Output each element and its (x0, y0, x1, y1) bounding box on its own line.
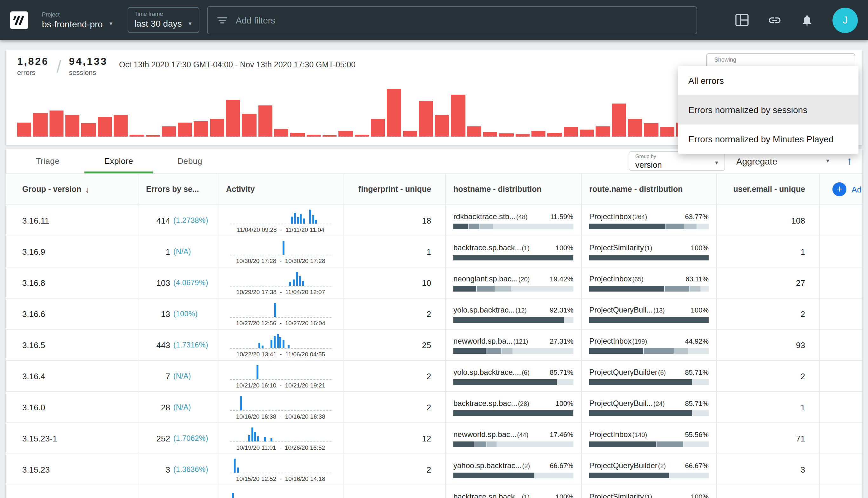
route-distribution: ProjectInbox(65)63.11% (589, 274, 709, 291)
distribution-count: (6) (658, 369, 666, 376)
activity-dates: 10/19/20 11:01 - 10/26/20 16:52 (236, 444, 325, 451)
hostname-distribution: backtrace.sp.back...(1)100% (453, 492, 573, 498)
distribution-label: backtrace.sp.bac... (453, 398, 517, 407)
distribution-count: (20) (519, 275, 530, 283)
distribution-segment (453, 441, 474, 447)
histogram-bar (34, 113, 48, 136)
sessions-count: 94,133 (69, 56, 108, 67)
distribution-label: ProjectInbox (589, 336, 631, 345)
table-row[interactable]: 3.16.613(100%)10/27/20 12:56 - 10/27/20 … (6, 299, 862, 330)
sparkline-bar (248, 435, 250, 441)
menu-item-all-errors[interactable]: All errors (678, 66, 858, 95)
column-header-errors-by-se[interactable]: Errors by se... (138, 174, 218, 205)
arrow-up-icon[interactable]: ↑ (847, 155, 852, 167)
distribution-segment (657, 441, 683, 447)
tab-explore[interactable]: Explore (83, 149, 154, 173)
stats-divider: / (56, 56, 61, 78)
backtrace-logo-icon[interactable] (10, 11, 28, 29)
route-cell: ProjectInbox(264)63.77% (582, 205, 717, 236)
hostname-cell: newworld.sp.ba...(121)27.31% (446, 330, 582, 360)
tab-triage[interactable]: Triage (12, 149, 83, 173)
distribution-count: (2) (522, 462, 530, 469)
distribution-label-row: ProjectInbox(264)63.77% (589, 212, 709, 221)
distribution-bar (589, 410, 709, 416)
activity-cell: 10/27/20 12:56 - 10/27/20 16:04 (218, 299, 344, 329)
table-row[interactable]: 3.15.23-1252(1.7062%)10/19/20 11:01 - 10… (6, 423, 862, 454)
column-header-user-email-unique[interactable]: user.email - unique (717, 174, 820, 205)
menu-item-errors-normalized-by-minutes-played[interactable]: Errors normalized by Minutes Played (678, 124, 858, 154)
distribution-percent: 100% (552, 244, 573, 251)
add-icon: + (832, 182, 846, 196)
activity-dates: 10/30/20 17:28 - 10/30/20 17:28 (236, 257, 325, 264)
group-by-selector[interactable]: Group by version ▼ (628, 151, 725, 171)
table-row[interactable]: 3.16.47(N/A)10/21/20 16:10 - 10/21/20 19… (6, 361, 862, 392)
histogram-bar (258, 106, 272, 137)
distribution-label-row: newworld.sp.bac...(44)17.46% (453, 430, 573, 438)
column-header-activity[interactable]: Activity (218, 174, 344, 205)
errors-cell: 28(N/A) (138, 392, 218, 422)
distribution-count: (13) (653, 306, 665, 313)
distribution-percent: 100% (687, 306, 709, 313)
column-header-group-version[interactable]: Group - version↓ (6, 174, 138, 205)
errors-percent: (N/A) (173, 248, 191, 255)
menu-item-errors-normalized-by-sessions[interactable]: Errors normalized by sessions (678, 95, 858, 124)
distribution-segment (589, 348, 643, 354)
distribution-label-row: newworld.sp.ba...(121)27.31% (453, 336, 573, 345)
timeframe-selector[interactable]: Time frame last 30 days ▼ (127, 7, 199, 33)
filters-input[interactable]: Add filters (207, 6, 697, 34)
distribution-label-row: ProjectQueryBuil...(13)100% (589, 305, 709, 314)
column-header-route-name-distribution[interactable]: route.name - distribution (582, 174, 717, 205)
distribution-segment (453, 254, 573, 260)
distribution-segment (501, 348, 512, 354)
table-row[interactable]: 3.15.221backtrace.sp.back...(1)100%Proje… (6, 485, 862, 498)
errors-cell: 7(N/A) (138, 361, 218, 391)
table-row[interactable]: 3.16.91(N/A)10/30/20 17:28 - 10/30/20 17… (6, 236, 862, 267)
distribution-bar (589, 348, 709, 354)
errors-cell: 3(1.3636%) (138, 454, 218, 485)
hostname-cell: newworld.sp.bac...(44)17.46% (446, 423, 582, 454)
table-row[interactable]: 3.16.11414(1.2738%)11/04/20 09:28 - 11/1… (6, 205, 862, 236)
route-cell: ProjectSimilarity(1)100% (582, 485, 717, 498)
distribution-label-row: ProjectQueryBuilder(6)85.71% (589, 367, 709, 376)
version-cell: 3.15.23 (6, 454, 138, 485)
column-header-fingerprint-unique[interactable]: fingerprint - unique (344, 174, 446, 205)
distribution-segment (666, 223, 684, 229)
distribution-count: (1) (522, 493, 529, 498)
distribution-segment (685, 223, 697, 229)
distribution-count: (121) (513, 338, 528, 345)
distribution-bar (453, 317, 573, 322)
route-cell: ProjectQueryBuil...(24)85.71% (582, 392, 717, 422)
distribution-segment (589, 317, 709, 322)
fingerprint-cell: 2 (344, 361, 446, 391)
histogram-bar (451, 95, 465, 136)
sparkline-bar (283, 240, 284, 254)
activity-sparkline (230, 426, 332, 442)
user-email-cell: 71 (717, 423, 820, 454)
histogram-bar (355, 135, 369, 136)
add-column-button[interactable]: +Add column (820, 174, 862, 205)
dashboard-view-icon[interactable] (735, 14, 749, 26)
errors-percent: (4.0679%) (173, 279, 208, 287)
sparkline-bar (300, 214, 302, 223)
chevron-down-icon: ▼ (825, 158, 830, 164)
table-row[interactable]: 3.16.028(N/A)10/16/20 16:38 - 10/16/20 1… (6, 392, 862, 423)
tab-debug[interactable]: Debug (154, 149, 225, 173)
column-header-hostname-distribution[interactable]: hostname - distribution (446, 174, 582, 205)
distribution-segment (589, 223, 666, 229)
notifications-bell-icon[interactable] (801, 14, 813, 26)
table-row[interactable]: 3.16.5443(1.7316%)10/22/20 13:41 - 11/06… (6, 330, 862, 361)
histogram-bar (580, 130, 594, 137)
user-email-cell: 2 (717, 299, 820, 329)
histogram-bar (499, 133, 514, 137)
table-row[interactable]: 3.16.8103(4.0679%)10/29/20 17:38 - 11/04… (6, 267, 862, 299)
user-email-cell: 1 (717, 485, 820, 498)
distribution-count: (28) (518, 400, 529, 407)
table-row[interactable]: 3.15.233(1.3636%)10/15/20 12:52 - 10/16/… (6, 454, 862, 485)
fingerprint-cell: 2 (344, 299, 446, 329)
version-cell: 3.16.8 (6, 267, 138, 298)
distribution-percent: 63.11% (682, 275, 709, 283)
distribution-segment (674, 348, 688, 354)
user-avatar[interactable]: J (832, 7, 858, 33)
project-selector[interactable]: Project bs-frontend-pro ▼ (42, 11, 113, 29)
link-icon[interactable] (768, 13, 782, 27)
